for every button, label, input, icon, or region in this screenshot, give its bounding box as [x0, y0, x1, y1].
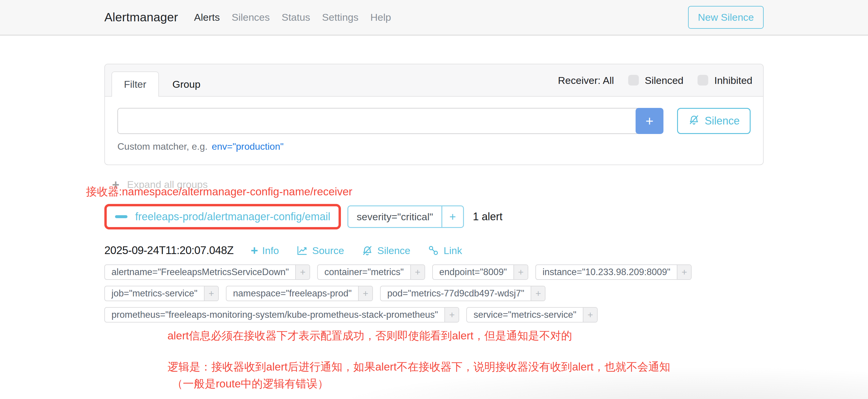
silence-filter-button[interactable]: Silence — [677, 108, 751, 134]
alert-label-pill: container="metrics" + — [317, 265, 425, 280]
alert-label-text: job="metrics-service" — [105, 286, 204, 301]
label-add-button[interactable]: + — [583, 308, 597, 322]
navbar-inner: Alertmanager Alerts Silences Status Sett… — [104, 6, 764, 29]
filter-card-header: Filter Group Receiver: All Silenced Inhi… — [105, 64, 763, 97]
filter-card: Filter Group Receiver: All Silenced Inhi… — [104, 64, 764, 165]
silence-filter-label: Silence — [705, 115, 740, 127]
alert-label-pill: service="metrics-service" + — [466, 307, 598, 323]
alert-info-button[interactable]: + Info — [251, 245, 279, 256]
alert-silence-label: Silence — [377, 245, 410, 256]
alert-timestamp: 2025-09-24T11:20:07.048Z — [104, 244, 234, 257]
label-add-button[interactable]: + — [295, 265, 309, 279]
group-matcher-chip: severity="critical" + — [347, 206, 464, 228]
group-matcher-label: severity="critical" — [348, 206, 441, 227]
matcher-input-row: + Silence — [117, 108, 751, 134]
label-row: prometheus="freeleaps-monitoring-system/… — [104, 307, 764, 323]
app-brand: Alertmanager — [104, 10, 178, 24]
nav-item-help[interactable]: Help — [370, 11, 391, 23]
new-silence-button[interactable]: New Silence — [688, 6, 764, 29]
main-container: Filter Group Receiver: All Silenced Inhi… — [104, 64, 764, 391]
hint-example-link[interactable]: env="production" — [212, 141, 283, 152]
nav-item-silences[interactable]: Silences — [231, 11, 270, 23]
label-add-button[interactable]: + — [358, 286, 372, 301]
alert-source-link[interactable]: Source — [296, 245, 344, 256]
alert-label-text: pod="metrics-77d9cdb497-wdsj7" — [381, 286, 531, 301]
group-alert-count: 1 alert — [473, 211, 502, 223]
nav-item-status[interactable]: Status — [282, 11, 310, 23]
alert-label-pill: namespace="freeleaps-prod" + — [226, 286, 373, 301]
link-icon — [428, 245, 439, 256]
silenced-toggle[interactable]: Silenced — [628, 74, 683, 86]
receiver-dropdown[interactable]: Receiver: All — [558, 74, 614, 86]
annotation-note-3: （一般是route中的逻辑有错误） — [172, 376, 764, 391]
label-row: job="metrics-service" + namespace="freel… — [104, 286, 764, 301]
alert-link-button[interactable]: Link — [428, 245, 462, 256]
collapse-minus-icon — [115, 215, 127, 218]
annotation-receiver-note: 接收器:namespace/altermanager-config-name/r… — [86, 184, 764, 199]
alert-source-label: Source — [312, 245, 344, 256]
alert-label-pill: job="metrics-service" + — [104, 286, 219, 301]
inhibited-checkbox[interactable] — [698, 75, 708, 86]
inhibited-label: Inhibited — [714, 74, 752, 86]
top-navbar: Alertmanager Alerts Silences Status Sett… — [0, 0, 868, 36]
alert-silence-button[interactable]: Silence — [361, 245, 410, 256]
tab-filter[interactable]: Filter — [112, 71, 159, 97]
alert-group-row: freeleaps-prod/alertmanager-config/email… — [104, 204, 764, 229]
label-row: alertname="FreeleapsMetricsServiceDown" … — [104, 265, 764, 280]
alert-label-text: endpoint="8009" — [433, 265, 514, 279]
alert-label-pill: prometheus="freeleaps-monitoring-system/… — [104, 307, 459, 323]
custom-matcher-hint: Custom matcher, e.g.env="production" — [117, 141, 751, 152]
alert-label-text: service="metrics-service" — [467, 308, 583, 322]
alert-label-pill: endpoint="8009" + — [432, 265, 528, 280]
bell-slash-icon — [688, 114, 700, 128]
annotation-note-2: 逻辑是：接收器收到alert后进行通知，如果alert不在接收器下，说明接收器没… — [167, 360, 764, 374]
alert-label-pill: alertname="FreeleapsMetricsServiceDown" … — [104, 265, 310, 280]
label-add-button[interactable]: + — [531, 286, 545, 301]
label-add-button[interactable]: + — [514, 265, 528, 279]
alert-label-pill: pod="metrics-77d9cdb497-wdsj7" + — [380, 286, 546, 301]
nav-item-alerts[interactable]: Alerts — [194, 11, 220, 23]
chart-line-icon — [296, 245, 308, 256]
alert-label-text: instance="10.233.98.209:8009" — [536, 265, 677, 279]
alert-label-text: container="metrics" — [318, 265, 410, 279]
filter-card-body: + Silence Custom matcher, e.g.env="produ… — [105, 97, 763, 164]
alert-label-text: alertname="FreeleapsMetricsServiceDown" — [105, 265, 295, 279]
inhibited-toggle[interactable]: Inhibited — [698, 74, 752, 86]
group-receiver-label: freeleaps-prod/alertmanager-config/email — [135, 211, 330, 223]
plus-icon: + — [251, 245, 258, 255]
filter-header-right: Receiver: All Silenced Inhibited — [558, 74, 752, 86]
nav-item-settings[interactable]: Settings — [322, 11, 359, 23]
alert-info-label: Info — [262, 245, 279, 256]
bell-slash-icon — [361, 245, 373, 256]
tab-group[interactable]: Group — [159, 72, 214, 97]
alert-label-text: namespace="freeleaps-prod" — [226, 286, 358, 301]
silenced-checkbox[interactable] — [628, 75, 639, 86]
group-receiver-toggle[interactable]: freeleaps-prod/alertmanager-config/email — [115, 211, 330, 223]
matcher-input[interactable] — [117, 108, 640, 134]
alert-label-pill: instance="10.233.98.209:8009" + — [535, 265, 692, 280]
label-add-button[interactable]: + — [677, 265, 691, 279]
silenced-label: Silenced — [645, 74, 683, 86]
alert-link-label: Link — [443, 245, 462, 256]
label-add-button[interactable]: + — [444, 308, 459, 322]
alert-meta-row: 2025-09-24T11:20:07.048Z + Info Source — [104, 244, 764, 257]
alert-labels: alertname="FreeleapsMetricsServiceDown" … — [104, 265, 764, 323]
label-add-button[interactable]: + — [204, 286, 218, 301]
hint-text: Custom matcher, e.g. — [117, 141, 208, 152]
annotation-note-1: alert信息必须在接收器下才表示配置成功，否则即使能看到alert，但是通知是… — [167, 329, 764, 343]
alert-label-text: prometheus="freeleaps-monitoring-system/… — [105, 308, 444, 322]
add-matcher-button[interactable]: + — [636, 108, 663, 134]
group-matcher-add-button[interactable]: + — [441, 206, 463, 227]
annotation-highlight-box: freeleaps-prod/alertmanager-config/email — [104, 204, 341, 229]
label-add-button[interactable]: + — [410, 265, 425, 279]
